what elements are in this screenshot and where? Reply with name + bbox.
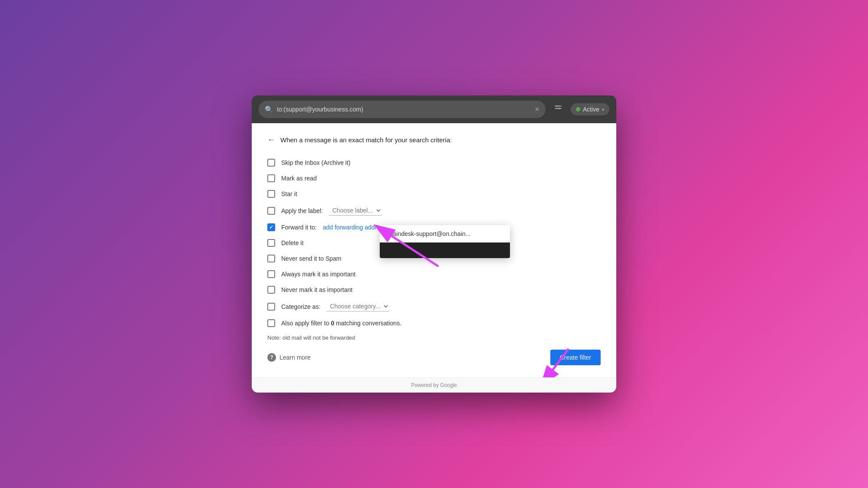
option-apply-label: Apply the label: Choose label... xyxy=(267,202,601,219)
active-label: Active xyxy=(583,106,599,113)
checkbox-never-important[interactable] xyxy=(267,286,275,294)
label-also-apply: Also apply filter to 0 matching conversa… xyxy=(281,320,401,327)
label-never-spam: Never send it to Spam xyxy=(281,255,342,262)
checkbox-never-spam[interactable] xyxy=(267,255,275,262)
category-select-dropdown[interactable]: Choose category... xyxy=(326,301,389,311)
dialog-header: ← When a message is an exact match for y… xyxy=(267,135,601,144)
search-bar[interactable]: 🔍 to:(support@yourbusiness.com) × xyxy=(259,101,546,118)
dropdown-item-1-redacted xyxy=(380,242,510,258)
label-never-important: Never mark it as important xyxy=(281,286,352,293)
active-badge[interactable]: Active ▾ xyxy=(571,103,609,115)
label-star-it: Star it xyxy=(281,190,297,197)
label-forward-it: Forward it to: xyxy=(281,224,317,231)
checkbox-star-it[interactable] xyxy=(267,190,275,198)
checkbox-mark-read[interactable] xyxy=(267,174,275,182)
option-never-important: Never mark it as important xyxy=(267,282,601,298)
dialog-title: When a message is an exact match for you… xyxy=(280,136,452,144)
checkbox-always-important[interactable] xyxy=(267,270,275,278)
svg-point-4 xyxy=(556,105,558,107)
svg-point-5 xyxy=(559,108,560,109)
label-delete-it: Delete it xyxy=(281,239,303,246)
option-mark-read: Mark as read xyxy=(267,170,601,186)
checkbox-delete-it[interactable] xyxy=(267,239,275,247)
label-skip-inbox: Skip the Inbox (Archive it) xyxy=(281,159,351,166)
dropdown-item-0[interactable]: chaindesk-support@on.chain... xyxy=(380,225,510,242)
checkbox-skip-inbox[interactable] xyxy=(267,159,275,167)
checkbox-forward-it[interactable] xyxy=(267,223,275,231)
browser-window: 🔍 to:(support@yourbusiness.com) × Active… xyxy=(252,95,616,393)
label-categorize: Categorize as: xyxy=(281,303,320,310)
search-close-icon[interactable]: × xyxy=(535,105,539,114)
note-text: Note: old mail will not be forwarded xyxy=(267,334,601,341)
powered-footer: Powered by Google xyxy=(252,377,616,393)
add-forwarding-address-link[interactable]: add forwarding address xyxy=(323,224,386,231)
option-always-important: Always mark it as important xyxy=(267,266,601,282)
toolbar: 🔍 to:(support@yourbusiness.com) × Active… xyxy=(252,95,616,123)
matching-count: 0 xyxy=(331,320,334,327)
checkbox-categorize[interactable] xyxy=(267,303,275,311)
learn-more-section[interactable]: ? Learn more xyxy=(267,353,311,362)
help-icon: ? xyxy=(267,353,276,362)
option-categorize: Categorize as: Choose category... xyxy=(267,298,601,315)
search-text: to:(support@yourbusiness.com) xyxy=(277,106,531,113)
checkbox-apply-label[interactable] xyxy=(267,207,275,215)
learn-more-label: Learn more xyxy=(279,354,311,361)
search-icon: 🔍 xyxy=(265,105,273,114)
option-skip-inbox: Skip the Inbox (Archive it) xyxy=(267,155,601,170)
dialog-footer: ? Learn more Create filter xyxy=(267,350,601,365)
forward-dropdown-popup[interactable]: chaindesk-support@on.chain... xyxy=(380,225,510,258)
checkbox-also-apply[interactable] xyxy=(267,319,275,327)
filter-dialog: ← When a message is an exact match for y… xyxy=(252,123,616,377)
label-select-dropdown[interactable]: Choose label... xyxy=(329,206,382,216)
label-apply-label: Apply the label: xyxy=(281,207,323,214)
back-arrow-icon[interactable]: ← xyxy=(267,135,275,144)
label-mark-read: Mark as read xyxy=(281,175,317,182)
active-dot xyxy=(576,107,580,111)
label-always-important: Always mark it as important xyxy=(281,271,355,278)
option-also-apply: Also apply filter to 0 matching conversa… xyxy=(267,315,601,331)
filter-icon[interactable] xyxy=(553,104,563,115)
create-filter-button[interactable]: Create filter xyxy=(550,350,601,365)
powered-by-text: Powered by Google xyxy=(411,382,457,388)
chevron-down-icon: ▾ xyxy=(602,107,604,112)
option-star-it: Star it xyxy=(267,186,601,202)
